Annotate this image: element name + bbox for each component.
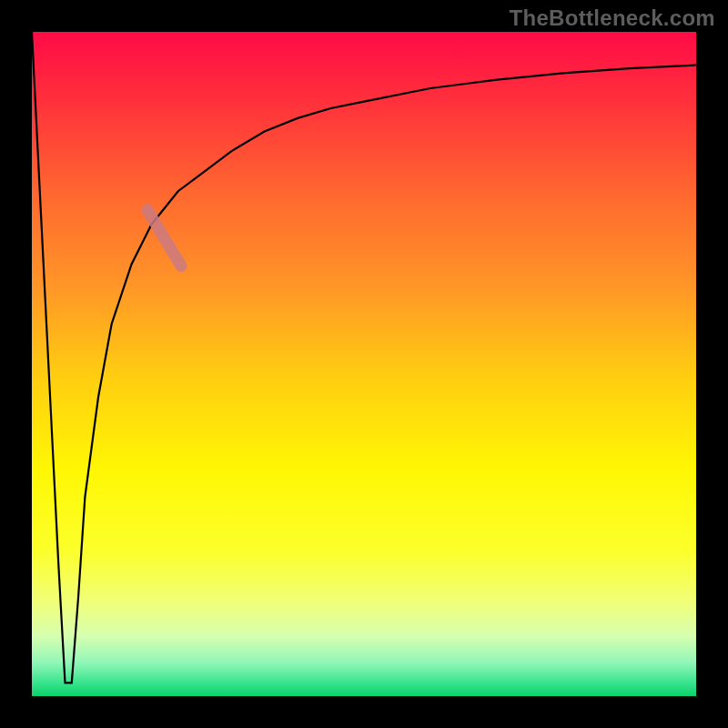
- plot-area: [32, 32, 696, 696]
- watermark-text: TheBottleneck.com: [510, 5, 715, 31]
- chart-border-bottom: [0, 696, 728, 728]
- chart-border-right: [696, 0, 728, 728]
- bottleneck-curve: [32, 32, 696, 696]
- chart-container: TheBottleneck.com: [0, 0, 728, 728]
- chart-border-left: [0, 0, 32, 728]
